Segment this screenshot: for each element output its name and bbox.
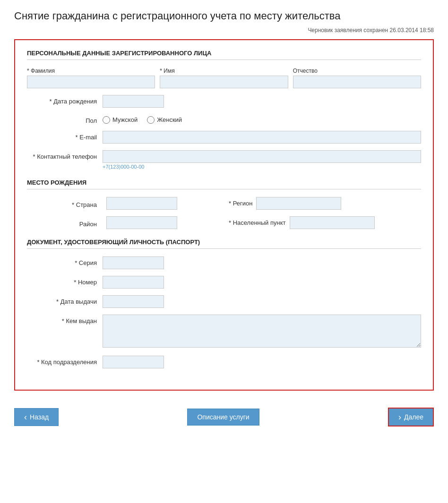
phone-input[interactable] (103, 150, 421, 163)
issued-by-row: * Кем выдан (27, 315, 421, 349)
series-row: * Серия (27, 256, 421, 269)
district-input[interactable] (106, 216, 177, 229)
email-input[interactable] (103, 131, 421, 144)
district-label: Район (27, 218, 103, 228)
series-input[interactable] (103, 256, 164, 269)
gender-male-option[interactable]: Мужской (103, 116, 138, 124)
issue-date-row: * Дата выдачи (27, 295, 421, 308)
region-input[interactable] (256, 197, 341, 210)
back-button[interactable]: ‹ Назад (14, 408, 59, 426)
bottom-bar: ‹ Назад Описание услуги › Далее (14, 400, 434, 431)
issued-by-label: * Кем выдан (27, 315, 103, 324)
region-label: * Регион (229, 200, 252, 207)
gender-female-label: Женский (157, 116, 182, 123)
info-button[interactable]: Описание услуги (187, 409, 259, 426)
passport-section-title: ДОКУМЕНТ, УДОСТОВЕРЯЮЩИЙ ЛИЧНОСТЬ (ПАСПО… (27, 239, 421, 249)
country-region-row: * Страна * Регион (27, 197, 421, 210)
next-arrow-icon: › (398, 413, 401, 421)
page-title: Снятие гражданина с регистрационного уче… (14, 9, 434, 23)
gender-row: Пол Мужской Женский (27, 114, 421, 124)
draft-notice: Черновик заявления сохранен 26.03.2014 1… (14, 27, 434, 34)
country-input[interactable] (106, 197, 177, 210)
next-button-label: Далее (404, 413, 423, 421)
birthplace-section: МЕСТО РОЖДЕНИЯ * Страна * Регион Район (27, 179, 421, 229)
birth-date-input[interactable] (103, 95, 164, 108)
division-code-row: * Код подразделения (27, 356, 421, 368)
gender-female-radio[interactable] (147, 116, 155, 124)
phone-row: * Контактный телефон +7(123)000-00-00 (27, 150, 421, 170)
series-label: * Серия (27, 256, 103, 266)
last-name-label: * Фамилия (27, 68, 155, 74)
passport-section: ДОКУМЕНТ, УДОСТОВЕРЯЮЩИЙ ЛИЧНОСТЬ (ПАСПО… (27, 239, 421, 368)
number-row: * Номер (27, 276, 421, 289)
back-arrow-icon: ‹ (24, 413, 27, 421)
birth-date-row: * Дата рождения (27, 95, 421, 108)
number-input[interactable] (103, 276, 164, 289)
personal-section: ПЕРСОНАЛЬНЫЕ ДАННЫЕ ЗАРЕГИСТРИРОВАННОГО … (27, 50, 421, 170)
gender-label: Пол (27, 114, 103, 124)
city-label: * Населенный пункт (229, 219, 286, 226)
division-code-input[interactable] (103, 356, 164, 368)
country-label: * Страна (27, 198, 103, 208)
gender-radio-group: Мужской Женский (103, 114, 182, 124)
email-row: * E-mail (27, 131, 421, 144)
issue-date-label: * Дата выдачи (27, 295, 103, 305)
personal-section-title: ПЕРСОНАЛЬНЫЕ ДАННЫЕ ЗАРЕГИСТРИРОВАННОГО … (27, 50, 421, 60)
birthplace-section-title: МЕСТО РОЖДЕНИЯ (27, 179, 421, 189)
email-label: * E-mail (27, 131, 103, 141)
middle-name-input[interactable] (293, 76, 421, 88)
phone-label: * Контактный телефон (27, 150, 103, 160)
last-name-input[interactable] (27, 76, 155, 88)
first-name-label: * Имя (160, 68, 288, 74)
form-card: ПЕРСОНАЛЬНЫЕ ДАННЫЕ ЗАРЕГИСТРИРОВАННОГО … (14, 39, 434, 391)
info-button-label: Описание услуги (197, 413, 249, 421)
division-code-label: * Код подразделения (27, 356, 103, 366)
gender-male-radio[interactable] (103, 116, 110, 124)
city-input[interactable] (290, 216, 375, 229)
phone-hint: +7(123)000-00-00 (103, 164, 421, 170)
gender-male-label: Мужской (112, 116, 138, 123)
next-button[interactable]: › Далее (388, 408, 434, 426)
name-row: * Фамилия * Имя Отчество (27, 68, 421, 88)
back-button-label: Назад (30, 413, 49, 421)
issue-date-input[interactable] (103, 295, 164, 308)
middle-name-label: Отчество (293, 68, 421, 74)
gender-female-option[interactable]: Женский (147, 116, 182, 124)
issued-by-textarea[interactable] (103, 315, 421, 348)
district-city-row: Район * Населенный пункт (27, 216, 421, 229)
number-label: * Номер (27, 276, 103, 286)
first-name-input[interactable] (160, 76, 288, 88)
birth-date-label: * Дата рождения (27, 95, 103, 105)
